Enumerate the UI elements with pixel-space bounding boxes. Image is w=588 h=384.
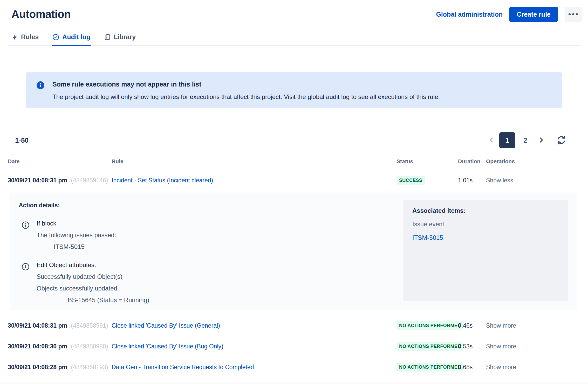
more-actions-button[interactable] (565, 7, 582, 22)
status-badge: SUCCESS (396, 176, 425, 185)
ellipsis-icon (569, 13, 571, 15)
detail-item: If block The following issues passed: IT… (21, 220, 149, 250)
detail-item-content: If block The following issues passed: IT… (37, 220, 116, 250)
row-date-cell: 30/09/21 04:08:31 pm (4849858991) (8, 322, 112, 329)
status-badge: NO ACTIONS PERFORMED (396, 342, 463, 351)
info-banner: Some rule executions may not appear in t… (26, 72, 562, 108)
show-less-link[interactable]: Show less (481, 177, 513, 184)
table-row: 30/09/21 04:08:31 pm (4849858991) Close … (8, 315, 580, 336)
tab-label: Rules (21, 33, 39, 41)
table-row: 30/09/21 04:08:30 pm (4849858980) Close … (8, 336, 580, 357)
page-button-1[interactable]: 1 (499, 132, 515, 148)
row-duration: 0.68s (458, 364, 481, 371)
associated-items-heading: Associated items: (412, 207, 559, 214)
rule-link[interactable]: Close linked 'Caused By' Issue (Bug Only… (112, 343, 223, 350)
page-button-2[interactable]: 2 (517, 132, 534, 148)
column-header-duration: Duration (458, 158, 481, 164)
associated-items-panel: Associated items: Issue event ITSM-5015 (403, 200, 568, 301)
tab-bar: Rules Audit log Library (8, 33, 580, 46)
previous-page-button[interactable] (486, 132, 497, 148)
row-date: 30/09/21 04:08:30 pm (8, 343, 67, 350)
action-details-heading: Action details: (19, 202, 149, 209)
audit-log-table: Date Rule Status Duration Operations 30/… (8, 158, 580, 378)
row-date: 30/09/21 04:08:31 pm (8, 177, 67, 184)
tab-label: Library (114, 33, 136, 41)
library-icon (104, 34, 111, 41)
info-icon (36, 81, 45, 101)
header-actions: Global administration Create rule (436, 7, 582, 22)
row-date-cell: 30/09/21 04:08:28 pm (4849858193) (8, 364, 112, 371)
show-more-link[interactable]: Show more (481, 343, 516, 350)
create-rule-button[interactable]: Create rule (509, 7, 558, 22)
associated-item-type: Issue event (412, 221, 559, 228)
detail-item-line: Objects successfully updated (37, 285, 149, 292)
list-toolbar: 1-50 1 2 (15, 132, 567, 148)
tab-rules[interactable]: Rules (11, 33, 39, 45)
row-date-cell: 30/09/21 04:08:30 pm (4849858980) (8, 343, 112, 350)
show-more-link[interactable]: Show more (481, 322, 516, 329)
table-row: 30/09/21 04:08:28 pm (4849858193) Data G… (8, 357, 580, 378)
banner-content: Some rule executions may not appear in t… (52, 80, 440, 101)
column-header-rule: Rule (112, 158, 396, 164)
column-header-date: Date (8, 158, 112, 164)
check-circle-icon (52, 34, 59, 41)
row-date: 30/09/21 04:08:28 pm (8, 364, 67, 370)
ellipsis-icon (572, 13, 574, 15)
pagination: 1 2 (486, 132, 567, 148)
rule-link[interactable]: Data Gen - Transition Service Requests t… (112, 364, 254, 370)
row-date: 30/09/21 04:08:31 pm (8, 322, 67, 329)
table-header-row: Date Rule Status Duration Operations (8, 158, 580, 169)
status-badge: NO ACTIONS PERFORMED (396, 363, 463, 372)
tab-library[interactable]: Library (104, 33, 136, 45)
column-header-operations: Operations (481, 158, 580, 164)
status-badge: NO ACTIONS PERFORMED (396, 321, 463, 330)
banner-title: Some rule executions may not appear in t… (52, 81, 440, 88)
row-execution-id: (4849858991) (71, 322, 108, 329)
action-details: Action details: If block The following i… (18, 200, 149, 302)
detail-item-title: Edit Object attributes. (37, 261, 149, 269)
detail-item: Edit Object attributes. Successfully upd… (21, 261, 149, 304)
expanded-row-details: Action details: If block The following i… (10, 193, 577, 310)
info-circle-icon (21, 262, 30, 304)
detail-item-object: BS-15645 (Status = Running) (37, 296, 149, 304)
page-header: Automation Global administration Create … (0, 0, 588, 22)
rule-link[interactable]: Incident - Set Status (Incident cleared) (112, 177, 213, 184)
page-title: Automation (11, 8, 71, 21)
banner-body: The project audit log will only show log… (52, 93, 440, 101)
info-circle-icon (21, 221, 30, 250)
next-page-button[interactable] (536, 132, 547, 148)
detail-item-title: If block (37, 220, 116, 227)
row-execution-id: (4849858980) (71, 343, 108, 350)
tab-label: Audit log (62, 33, 90, 41)
lightning-icon (11, 34, 18, 41)
row-duration: 0.53s (458, 343, 481, 350)
rule-link[interactable]: Close linked 'Caused By' Issue (General) (112, 322, 220, 329)
row-duration: 1.01s (458, 177, 481, 184)
chevron-right-icon (537, 136, 546, 145)
associated-issue-link[interactable]: ITSM-5015 (412, 234, 443, 241)
chevron-left-icon (487, 136, 496, 145)
refresh-icon (556, 135, 567, 146)
ellipsis-icon (576, 13, 578, 15)
table-row: 30/09/21 04:08:31 pm (4849859146) Incide… (8, 169, 580, 191)
global-administration-link[interactable]: Global administration (436, 11, 503, 18)
column-header-status: Status (396, 158, 458, 164)
results-range-label: 1-50 (15, 136, 29, 144)
row-date-cell: 30/09/21 04:08:31 pm (4849859146) (8, 177, 112, 184)
tab-audit-log[interactable]: Audit log (52, 33, 90, 45)
detail-item-issue: ITSM-5015 (37, 243, 116, 250)
next-row-panel-edge (0, 382, 588, 384)
row-execution-id: (4849859146) (71, 177, 108, 184)
detail-item-line: Successfully updated Object(s) (37, 273, 149, 280)
detail-item-line: The following issues passed: (37, 231, 116, 239)
detail-item-content: Edit Object attributes. Successfully upd… (37, 261, 149, 304)
show-more-link[interactable]: Show more (481, 364, 516, 370)
refresh-button[interactable] (556, 135, 567, 146)
row-duration: 0.46s (458, 322, 481, 329)
row-execution-id: (4849858193) (71, 364, 108, 370)
